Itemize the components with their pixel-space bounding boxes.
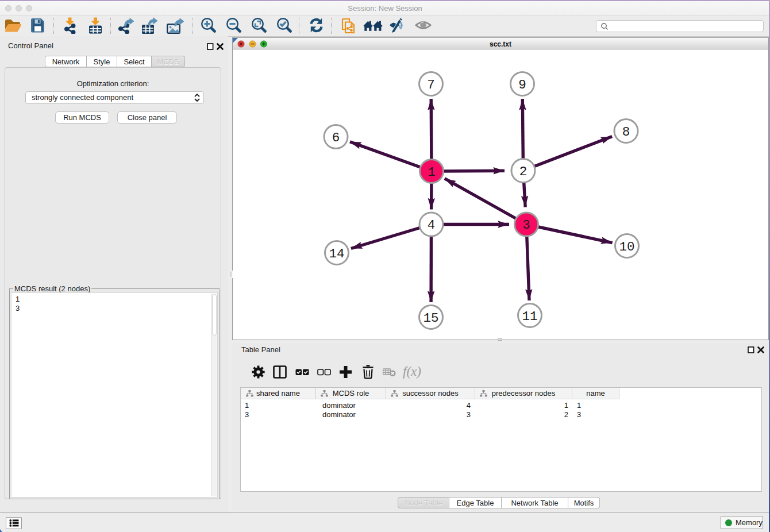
- svg-text:15: 15: [423, 311, 438, 326]
- svg-text:2: 2: [519, 164, 528, 179]
- svg-text:4: 4: [428, 218, 436, 233]
- svg-text:7: 7: [427, 78, 435, 92]
- svg-text:14: 14: [329, 246, 344, 261]
- svg-text:6: 6: [332, 130, 340, 145]
- svg-text:9: 9: [518, 78, 526, 92]
- svg-text:10: 10: [619, 240, 634, 255]
- svg-text:11: 11: [522, 309, 537, 324]
- svg-text:3: 3: [522, 218, 530, 233]
- svg-text:8: 8: [622, 125, 630, 140]
- svg-text:1: 1: [428, 165, 436, 180]
